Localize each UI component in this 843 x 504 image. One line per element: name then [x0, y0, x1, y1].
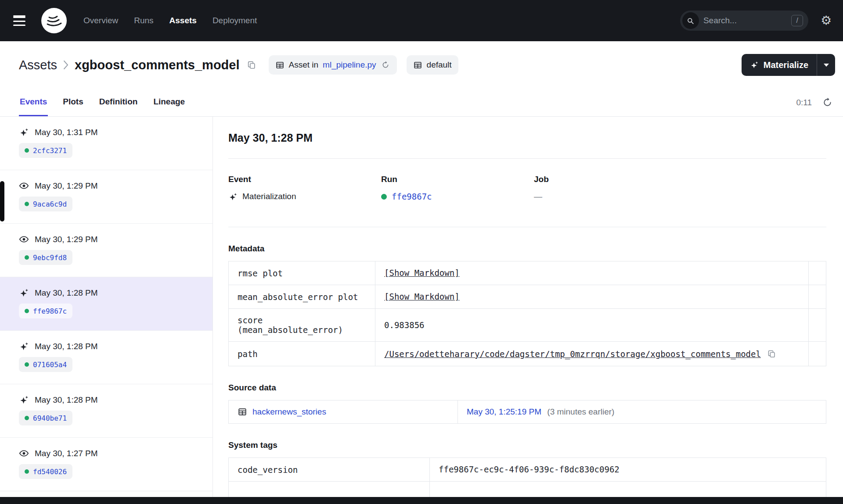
breadcrumb: Assets xgboost_comments_model [19, 58, 257, 72]
menu-button[interactable] [13, 12, 31, 29]
code-file-link[interactable]: ml_pipeline.py [323, 60, 376, 70]
materialize-dropdown-button[interactable] [817, 54, 835, 76]
metadata-table: rmse plot [Show Markdown] mean_absolute_… [228, 261, 826, 366]
table-row: code_version ffe9867c-ec9c-4f06-939c-f8d… [229, 458, 826, 482]
gear-icon: ⚙ [821, 13, 832, 28]
nav-item-runs[interactable]: Runs [134, 16, 153, 25]
refresh-icon [382, 61, 389, 69]
metadata-key: path [229, 342, 375, 366]
materialization-icon [19, 395, 29, 405]
run-status-dot [25, 255, 29, 260]
reload-definitions-button[interactable] [381, 60, 390, 70]
materialize-split-button: Materialize [742, 54, 835, 76]
run-status-dot [25, 416, 29, 420]
run-id-link: 9ebc9fd8 [33, 254, 67, 262]
sparkle-icon [750, 61, 759, 69]
run-id-badge[interactable]: 9aca6c9d [19, 197, 72, 211]
run-status-dot [25, 202, 29, 206]
materialize-label: Materialize [764, 60, 808, 70]
run-id-link: 2cfc3271 [33, 147, 67, 155]
job-value: — [534, 192, 542, 201]
run-id-link: 6940be71 [33, 414, 67, 422]
event-list-item[interactable]: May 30, 1:29 PM 9ebc9fd8 [0, 224, 213, 277]
metadata-key: rmse plot [229, 261, 375, 285]
table-row: hackernews_stories May 30, 1:25:19 PM (3… [229, 400, 826, 424]
dagster-logo[interactable] [41, 8, 67, 33]
breadcrumb-assets-link[interactable]: Assets [19, 58, 57, 72]
run-id-badge[interactable]: 2cfc3271 [19, 143, 72, 158]
event-list-item[interactable]: May 30, 1:31 PM 2cfc3271 [0, 117, 213, 170]
table-icon [413, 61, 422, 70]
run-id-badge[interactable]: fd540026 [19, 464, 72, 479]
run-status-dot [25, 362, 29, 367]
asset-badges: Asset in ml_pipeline.py [269, 55, 458, 75]
table-icon [275, 61, 285, 70]
observation-icon [19, 448, 29, 458]
event-run-job-summary: Event Materialization Run ffe9867c [228, 175, 826, 201]
event-list-item[interactable]: May 30, 1:27 PM fd540026 [0, 438, 213, 491]
source-event-time-link[interactable]: May 30, 1:25:19 PM [467, 407, 541, 417]
run-link[interactable]: ffe9867c [392, 192, 432, 201]
system-tag-key: code_version [229, 458, 430, 482]
tab-definition[interactable]: Definition [98, 89, 139, 116]
run-id-link: 071605a4 [33, 361, 67, 369]
search-input[interactable] [703, 16, 787, 25]
scrollbar-thumb[interactable] [0, 181, 4, 222]
event-list-item[interactable]: May 30, 1:29 PM 9aca6c9d [0, 170, 213, 224]
run-status-dot [25, 309, 29, 313]
table-row: rmse plot [Show Markdown] [229, 261, 826, 285]
asset-in-label: Asset in [289, 60, 319, 70]
nav-item-overview[interactable]: Overview [83, 16, 118, 25]
run-id-badge[interactable]: 6940be71 [19, 411, 72, 425]
asset-definition-badge: Asset in ml_pipeline.py [269, 55, 397, 75]
copy-icon [767, 349, 776, 358]
nav-item-assets[interactable]: Assets [169, 16, 197, 25]
run-id-badge[interactable]: ffe9867c [19, 304, 72, 318]
path-link[interactable]: /Users/odetteharary/code/dagster/tmp_0mz… [384, 349, 761, 359]
event-list-item[interactable]: May 30, 1:28 PM 071605a4 [0, 331, 213, 384]
copy-asset-name-button[interactable] [246, 59, 257, 71]
source-data-heading: Source data [228, 383, 826, 393]
event-detail-panel: May 30, 1:28 PM Event Materialization Ru… [213, 117, 843, 504]
table-row: mean_absolute_error plot [Show Markdown] [229, 285, 826, 309]
system-tag-value: ffe9867c-ec9c-4f06-939c-f8dc830c0962 [439, 465, 620, 474]
event-time: May 30, 1:29 PM [35, 235, 98, 244]
event-list-item-selected[interactable]: May 30, 1:28 PM ffe9867c [0, 277, 213, 331]
event-list-item[interactable]: May 30, 1:28 PM 6940be71 [0, 384, 213, 438]
run-id-link: fd540026 [33, 468, 67, 476]
table-row: score (mean_absolute_error) 0.983856 [229, 309, 826, 342]
run-id-badge[interactable]: 071605a4 [19, 357, 72, 372]
settings-button[interactable]: ⚙ [821, 14, 832, 27]
group-badge-label: default [427, 60, 452, 70]
group-badge[interactable]: default [407, 55, 458, 75]
run-status-dot [25, 469, 29, 474]
observation-icon [19, 234, 29, 244]
tab-plots[interactable]: Plots [62, 89, 84, 116]
event-type-value: Materialization [242, 192, 296, 201]
job-label: Job [534, 175, 826, 184]
asset-link-hackernews-stories[interactable]: hackernews_stories [252, 407, 326, 417]
metadata-key: mean_absolute_error plot [229, 285, 375, 309]
event-time: May 30, 1:28 PM [35, 395, 98, 405]
event-time: May 30, 1:28 PM [35, 288, 98, 298]
caret-down-icon [824, 64, 829, 67]
refresh-button[interactable] [822, 97, 832, 107]
event-time: May 30, 1:27 PM [35, 449, 98, 458]
show-markdown-link[interactable]: [Show Markdown] [384, 292, 460, 301]
materialize-button[interactable]: Materialize [742, 54, 817, 76]
refresh-timer: 0:11 [796, 98, 812, 107]
tab-events[interactable]: Events [19, 89, 48, 116]
bottom-bar [0, 497, 843, 504]
tab-lineage[interactable]: Lineage [152, 89, 186, 116]
metadata-heading: Metadata [228, 244, 826, 254]
nav-item-deployment[interactable]: Deployment [213, 16, 257, 25]
run-id-badge[interactable]: 9ebc9fd8 [19, 250, 72, 265]
show-markdown-link[interactable]: [Show Markdown] [384, 268, 460, 278]
search-box[interactable]: / [680, 11, 808, 31]
copy-icon [247, 60, 256, 70]
system-tags-heading: System tags [228, 440, 826, 450]
primary-nav: Overview Runs Assets Deployment [83, 16, 257, 25]
copy-path-button[interactable] [766, 348, 777, 359]
run-id-link: ffe9867c [33, 307, 67, 315]
materialization-icon [19, 288, 29, 298]
